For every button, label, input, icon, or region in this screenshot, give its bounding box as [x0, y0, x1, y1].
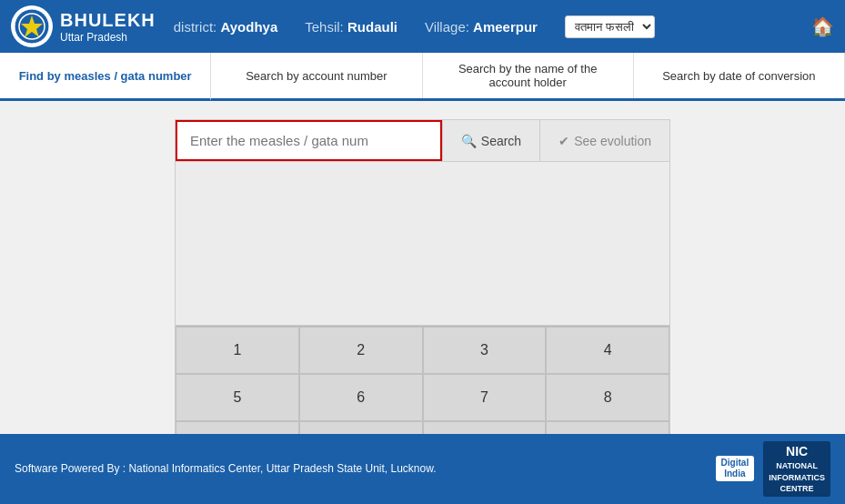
village-label: Village: [425, 19, 469, 35]
numpad-key-8[interactable]: 8 [546, 374, 669, 421]
nic-line1: NATIONAL [769, 460, 825, 472]
tab-measles[interactable]: Find by measles / gata number [0, 53, 211, 101]
app-footer: Software Powered By : National Informati… [0, 434, 845, 504]
navigation-tabs: Find by measles / gata number Search by … [0, 53, 845, 101]
tehsil-label: Tehsil: [305, 19, 344, 35]
nic-logo: NIC NATIONAL INFORMATICS CENTRE [763, 441, 830, 497]
app-header: BHULEKH Uttar Pradesh district: Ayodhya … [0, 0, 845, 53]
home-button[interactable]: 🏠 [811, 15, 834, 37]
search-input-wrapper [176, 120, 442, 161]
search-button[interactable]: 🔍 Search [442, 120, 539, 161]
brand-name: BHULEKH [60, 10, 156, 31]
brand-text: BHULEKH Uttar Pradesh [60, 10, 156, 44]
numpad-key-2[interactable]: 2 [299, 327, 423, 374]
village-info: Village: Ameerpur [425, 19, 538, 35]
tab-name[interactable]: Search by the name of the account holder [423, 53, 634, 98]
search-icon: 🔍 [461, 134, 477, 148]
digital-india-line1: Digital [721, 458, 749, 469]
digital-india-line2: India [721, 469, 749, 479]
numpad-key-3[interactable]: 3 [423, 327, 547, 374]
footer-logos: Digital India NIC NATIONAL INFORMATICS C… [716, 441, 830, 497]
tehsil-info: Tehsil: Rudauli [305, 19, 397, 35]
nic-line3: CENTRE [769, 483, 825, 495]
footer-text: Software Powered By : National Informati… [15, 462, 437, 475]
header-info: district: Ayodhya Tehsil: Rudauli Villag… [174, 15, 793, 38]
logo-icon [11, 5, 53, 47]
digital-india-logo: Digital India [716, 456, 755, 481]
brand-sub: Uttar Pradesh [60, 31, 156, 44]
see-evolution-label: See evolution [574, 134, 651, 148]
district-info: district: Ayodhya [174, 19, 277, 35]
nic-line2: INFORMATICS [769, 472, 825, 484]
result-area [176, 162, 669, 326]
fasli-dropdown[interactable]: वतमान फसली [565, 15, 655, 38]
search-panel: 🔍 Search ✔ See evolution 1234567890←Clea… [175, 119, 670, 469]
search-button-label: Search [481, 134, 521, 148]
measles-search-input[interactable] [177, 122, 440, 159]
district-value: Ayodhya [220, 19, 277, 35]
checkmark-icon: ✔ [558, 134, 569, 148]
village-value: Ameerpur [473, 19, 538, 35]
numpad-key-4[interactable]: 4 [546, 327, 669, 374]
numpad-key-7[interactable]: 7 [423, 374, 547, 421]
main-content: 🔍 Search ✔ See evolution 1234567890←Clea… [0, 101, 845, 488]
district-label: district: [174, 19, 217, 35]
numpad-key-1[interactable]: 1 [176, 327, 299, 374]
tab-date[interactable]: Search by date of conversion [634, 53, 845, 98]
search-input-row: 🔍 Search ✔ See evolution [176, 120, 669, 162]
tehsil-value: Rudauli [347, 19, 397, 35]
logo-area: BHULEKH Uttar Pradesh [11, 5, 156, 47]
numpad-key-6[interactable]: 6 [299, 374, 423, 421]
see-evolution-button[interactable]: ✔ See evolution [539, 120, 669, 161]
tab-account[interactable]: Search by account number [211, 53, 422, 98]
numpad-key-5[interactable]: 5 [176, 374, 299, 421]
